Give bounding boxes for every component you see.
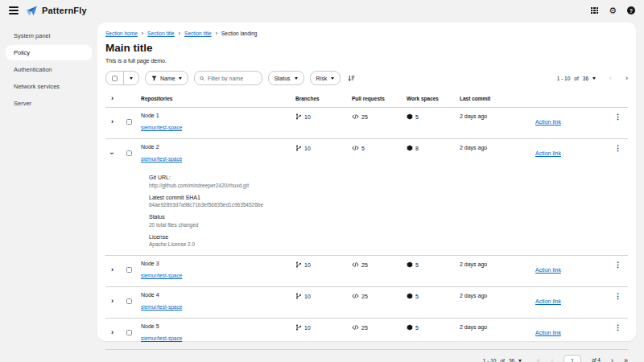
pagination-total: 36 xyxy=(583,76,588,81)
bulk-select-checkbox-segment[interactable] xyxy=(106,72,123,84)
pagination-menu-toggle[interactable]: 1 - 10 of 36 xyxy=(557,76,596,81)
pull-requests-count: 25 xyxy=(361,294,368,299)
action-link[interactable]: Action link xyxy=(535,298,561,304)
filter-search-box xyxy=(194,71,262,85)
pagination-top: 1 - 10 of 36 ‹ › xyxy=(557,75,628,82)
action-link[interactable]: Action link xyxy=(535,266,561,273)
masthead: PatternFly ⚙ ? xyxy=(0,0,644,21)
last-commit: 2 days ago xyxy=(460,261,535,267)
action-link[interactable]: Action link xyxy=(535,329,561,335)
commit-sha-label: Latest commit SHA1 xyxy=(149,195,628,200)
status-filter-dropdown[interactable]: Status xyxy=(268,71,304,85)
pagination-menu-toggle[interactable]: 1 - 10 of 36 xyxy=(483,358,522,362)
kebab-menu-icon[interactable]: ⋮ xyxy=(608,113,628,121)
sidebar-item-policy[interactable]: Policy xyxy=(6,45,92,60)
app-launcher-icon[interactable] xyxy=(591,7,598,14)
expand-all-icon[interactable]: › xyxy=(105,95,114,102)
bulk-select-toggle[interactable] xyxy=(123,72,138,84)
branches-count: 10 xyxy=(304,146,311,151)
cube-icon xyxy=(407,261,413,268)
expand-row-icon[interactable]: › xyxy=(105,266,114,274)
table-row: › Node 5siemur/test-space 10 25 5 2 days… xyxy=(105,319,628,350)
column-header-repositories: Repositories xyxy=(141,96,295,101)
risk-filter-label: Risk xyxy=(316,76,328,81)
row-checkbox[interactable] xyxy=(126,298,132,304)
action-link[interactable]: Action link xyxy=(535,150,561,156)
workspace-link[interactable]: siemur/test-space xyxy=(141,335,182,341)
branches-count: 10 xyxy=(304,262,311,268)
cube-icon xyxy=(407,293,413,299)
expand-row-icon[interactable]: › xyxy=(105,329,114,336)
search-icon xyxy=(200,76,204,81)
previous-page-button[interactable]: ‹ xyxy=(551,357,553,362)
patternfly-logo-icon xyxy=(26,6,38,16)
license-label: License xyxy=(149,234,628,240)
next-page-button[interactable]: › xyxy=(625,75,628,82)
name-filter-label: Name xyxy=(160,76,175,81)
workspace-link[interactable]: siemur/test-space xyxy=(141,304,182,310)
pull-requests-count: 5 xyxy=(361,146,365,151)
code-branch-icon xyxy=(295,145,302,151)
bulk-select-checkbox[interactable] xyxy=(112,76,118,81)
risk-filter-dropdown[interactable]: Risk xyxy=(310,71,341,85)
kebab-menu-icon[interactable]: ⋮ xyxy=(608,292,628,300)
kebab-menu-icon[interactable]: ⋮ xyxy=(608,261,628,269)
row-checkbox[interactable] xyxy=(126,119,132,125)
bulk-select-split-button xyxy=(105,71,139,85)
row-checkbox[interactable] xyxy=(126,150,132,156)
work-spaces-count: 5 xyxy=(415,294,419,299)
caret-down-icon xyxy=(331,77,334,80)
sort-button[interactable] xyxy=(346,75,357,82)
breadcrumb-link[interactable]: Section title xyxy=(184,31,212,36)
sidebar-item-authentication[interactable]: Authentication xyxy=(6,62,92,77)
sidebar-item-server[interactable]: Server xyxy=(6,96,92,111)
last-commit: 2 days ago xyxy=(460,323,535,330)
name-filter-dropdown[interactable]: Name xyxy=(145,71,188,85)
settings-gear-icon[interactable]: ⚙ xyxy=(609,6,617,15)
breadcrumb-link[interactable]: Section home xyxy=(105,31,138,36)
sidebar-nav: System panel Policy Authentication Netwo… xyxy=(0,21,97,362)
search-input[interactable] xyxy=(208,76,257,81)
previous-page-button[interactable]: ‹ xyxy=(609,75,612,82)
kebab-menu-icon[interactable]: ⋮ xyxy=(608,144,628,152)
workspace-link[interactable]: siemur/test-space xyxy=(141,156,182,162)
brand-logo[interactable]: PatternFly xyxy=(26,6,87,16)
table-row: › Node 3siemur/test-space 10 25 5 2 days… xyxy=(105,256,628,287)
workspace-link[interactable]: siemur/test-space xyxy=(141,273,182,278)
row-checkbox[interactable] xyxy=(126,267,132,273)
repository-name: Node 3 xyxy=(141,261,295,266)
nav-toggle-hamburger-icon[interactable] xyxy=(9,6,19,14)
work-spaces-count: 5 xyxy=(415,262,419,268)
repository-name: Node 5 xyxy=(141,323,295,329)
column-header-branches: Branches xyxy=(295,96,352,101)
sidebar-item-network-services[interactable]: Network services xyxy=(6,79,92,94)
status-filter-label: Status xyxy=(275,76,291,81)
breadcrumb: Section home › Section title › Section t… xyxy=(105,31,628,36)
pagination-of-label: of xyxy=(500,358,504,362)
code-icon xyxy=(352,145,359,151)
first-page-button[interactable]: « xyxy=(536,357,540,362)
breadcrumb-current: Section landing xyxy=(221,31,257,36)
expand-row-icon[interactable]: › xyxy=(105,118,114,125)
pull-requests-count: 25 xyxy=(361,114,368,120)
row-checkbox[interactable] xyxy=(126,330,132,335)
next-page-button[interactable]: › xyxy=(611,357,613,362)
repository-name: Node 2 xyxy=(141,144,295,150)
status-label: Status xyxy=(149,214,628,220)
table-toolbar: Name Status Risk 1 - 10 of xyxy=(105,71,628,85)
help-icon[interactable]: ? xyxy=(627,6,635,14)
action-link[interactable]: Action link xyxy=(535,118,561,125)
chevron-right-icon: › xyxy=(179,31,180,36)
expand-row-icon[interactable]: › xyxy=(105,298,114,305)
table-header-row: › Repositories Branches Pull requests Wo… xyxy=(105,92,628,108)
current-page-input[interactable] xyxy=(564,355,581,362)
brand-name: PatternFly xyxy=(42,6,87,15)
work-spaces-count: 8 xyxy=(415,146,419,151)
last-page-button[interactable]: » xyxy=(624,357,628,362)
cube-icon xyxy=(407,113,413,120)
sidebar-item-system-panel[interactable]: System panel xyxy=(6,28,92,43)
kebab-menu-icon[interactable]: ⋮ xyxy=(608,323,628,331)
collapse-row-icon[interactable]: › xyxy=(108,152,115,154)
breadcrumb-link[interactable]: Section title xyxy=(147,31,175,36)
workspace-link[interactable]: siemur/test-space xyxy=(141,125,182,130)
